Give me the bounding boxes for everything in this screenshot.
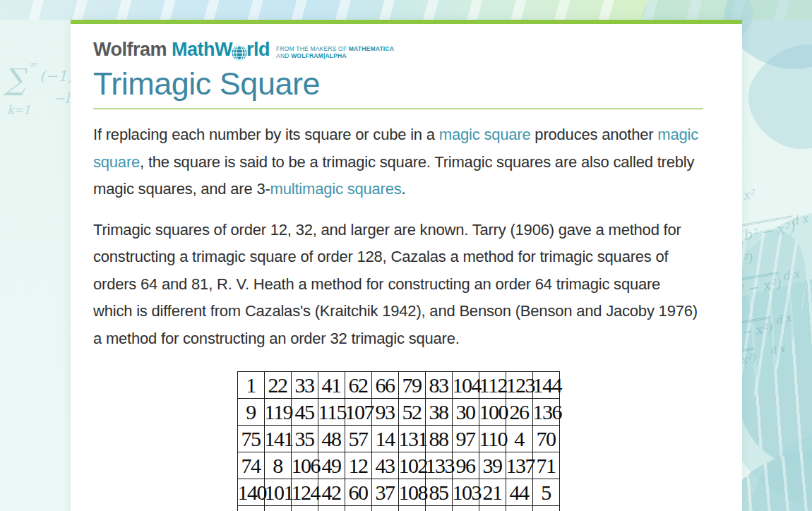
- mathworld-logo-last: rld: [246, 39, 270, 61]
- magic-square-cell: 115: [318, 399, 345, 426]
- teal-petal-shape: [732, 24, 812, 166]
- magic-square-cell: 39: [479, 452, 506, 479]
- globe-icon: [232, 44, 247, 59]
- magic-square-cell: 22: [264, 372, 291, 399]
- background-formula: x²: [741, 187, 756, 203]
- magic-square-cell: 42: [318, 479, 345, 506]
- magic-square-cell: 19: [398, 506, 425, 511]
- magic-square-cell: 43: [371, 452, 398, 479]
- title-divider: [93, 108, 703, 109]
- magic-square-cell: 133: [425, 452, 452, 479]
- multimagic-squares-link[interactable]: multimagic squares: [270, 180, 402, 198]
- page-root: ∞∑k=1(−1)ᵏ⁻¹−lnx²(b² − x²)d x²)² − x²)d …: [0, 0, 812, 511]
- magic-square-cell: 12: [345, 452, 371, 479]
- magic-square-figure: 1223341626679831041121231449119451151079…: [93, 371, 703, 511]
- magic-square-cell: 93: [371, 399, 398, 426]
- article-card: Wolfram MathWrld FROM THE MAKERS OF MATH…: [71, 20, 742, 511]
- magic-square-cell: 45: [291, 399, 318, 426]
- tagline-line2: AND WOLFRAM|ALPHA: [276, 52, 347, 59]
- magic-square-cell: 66: [371, 372, 398, 399]
- magic-square-cell: 86: [318, 506, 345, 511]
- background-formula: ²): [741, 251, 753, 266]
- magic-square-cell: 140: [237, 479, 264, 506]
- background-formula: ² − x²): [736, 272, 782, 298]
- magic-square-cell: 112: [479, 372, 506, 399]
- magic-square-cell: 52: [398, 399, 425, 426]
- magic-square-row: 75141354857141318897110470: [237, 426, 559, 452]
- magic-square-cell: 78: [425, 506, 452, 511]
- magic-square-cell: 137: [506, 452, 532, 479]
- magic-square-row: 122334162667983104112123144: [237, 372, 559, 399]
- magic-square-cell: 97: [452, 426, 479, 452]
- magic-square-cell: 75: [237, 426, 264, 452]
- magic-square-row: 1401011244260371088510321445: [237, 479, 559, 506]
- magic-square-cell: 124: [291, 479, 318, 506]
- magic-square-cell: 141: [264, 426, 291, 452]
- magic-square-cell: 62: [345, 372, 371, 399]
- magic-square-cell: 74: [237, 452, 264, 479]
- magic-square-cell: 9: [237, 399, 264, 426]
- wolfram-logo-text[interactable]: Wolfram: [93, 39, 167, 61]
- teal-blob-shape: [748, 431, 812, 511]
- magic-square-cell: 33: [291, 372, 318, 399]
- magic-square-cell: 67: [345, 506, 371, 511]
- magic-square-cell: 21: [479, 479, 506, 506]
- background-formula: d x: [769, 342, 786, 356]
- magic-square-cell: 8: [264, 452, 291, 479]
- paragraph-definition: If replacing each number by its square o…: [93, 121, 703, 203]
- magic-square-cell: 14: [371, 426, 398, 452]
- magic-square-cell: 32: [532, 506, 559, 511]
- magic-square-row: 12276142866712619785935432: [237, 506, 559, 511]
- diagonal-streaks: [0, 0, 812, 20]
- magic-square-cell: 103: [452, 479, 479, 506]
- mathworld-logo[interactable]: MathWrld: [172, 39, 270, 61]
- magic-square-table: 1223341626679831041121231449119451151079…: [237, 371, 560, 511]
- magic-square-cell: 44: [506, 479, 532, 506]
- magic-square-cell: 30: [452, 399, 479, 426]
- paragraph-history: Trimagic squares of order 12, 32, and la…: [93, 217, 703, 353]
- article-content: Wolfram MathWrld FROM THE MAKERS OF MATH…: [71, 24, 742, 511]
- magic-square-cell: 59: [452, 506, 479, 511]
- magic-square-cell: 60: [345, 479, 371, 506]
- background-formula: (b² − x²): [736, 215, 795, 244]
- magic-square-cell: 37: [371, 479, 398, 506]
- background-formula: d x: [790, 212, 809, 228]
- magic-square-cell: 104: [452, 372, 479, 399]
- magic-square-cell: 136: [532, 399, 559, 426]
- magic-square-cell: 79: [398, 372, 425, 399]
- mathworld-logo-first: MathW: [172, 39, 232, 61]
- magic-square-row: 748106491243102133963913771: [237, 452, 559, 479]
- background-formula: d x: [775, 311, 793, 327]
- magic-square-cell: 119: [264, 399, 291, 426]
- magic-square-link[interactable]: magic square: [439, 126, 531, 143]
- page-title: Trimagic Square: [93, 67, 703, 101]
- magic-square-cell: 101: [264, 479, 291, 506]
- magic-square-cell: 49: [318, 452, 345, 479]
- magic-square-cell: 100: [479, 399, 506, 426]
- magic-square-cell: 88: [425, 426, 452, 452]
- magic-square-cell: 123: [506, 372, 532, 399]
- magic-square-cell: 106: [291, 452, 318, 479]
- paragraph-text: .: [402, 180, 406, 198]
- paragraph-text: produces another: [530, 126, 657, 143]
- magic-square-cell: 48: [318, 426, 345, 452]
- magic-square-cell: 108: [398, 479, 425, 506]
- magic-square-cell: 1: [237, 372, 264, 399]
- magic-square-cell: 142: [291, 506, 318, 511]
- magic-square-cell: 131: [398, 426, 425, 452]
- background-formula: − x²): [739, 316, 773, 339]
- magic-square-cell: 71: [532, 452, 559, 479]
- magic-square-cell: 102: [398, 452, 425, 479]
- site-header: Wolfram MathWrld FROM THE MAKERS OF MATH…: [93, 39, 703, 61]
- magic-square-cell: 96: [452, 452, 479, 479]
- background-formula: ∞: [28, 58, 37, 71]
- background-formula: k=1: [7, 103, 30, 116]
- magic-square-cell: 35: [291, 426, 318, 452]
- magic-square-cell: 4: [506, 426, 532, 452]
- top-gradient-band: [0, 0, 812, 20]
- magic-square-cell: 41: [318, 372, 345, 399]
- background-formula: d x: [782, 267, 801, 283]
- magic-square-cell: 110: [479, 426, 506, 452]
- magic-square-cell: 70: [532, 426, 559, 452]
- logo-tagline: FROM THE MAKERS OF MATHEMATICA AND WOLFR…: [276, 46, 394, 59]
